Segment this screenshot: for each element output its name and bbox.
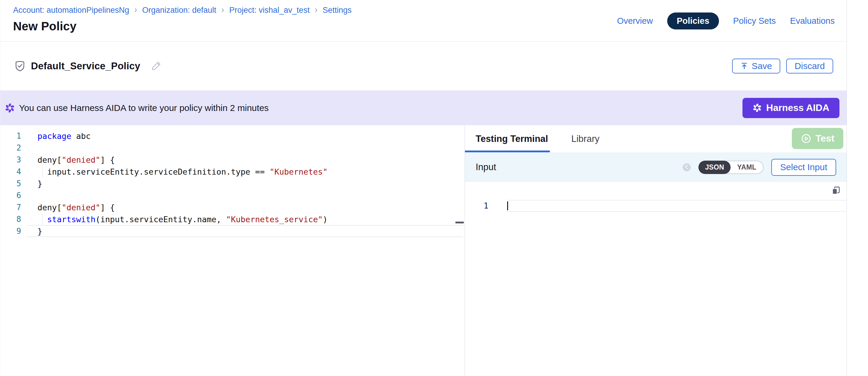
code-token: deny[ bbox=[37, 203, 62, 212]
format-toggle: JSONYAML bbox=[699, 161, 763, 174]
discard-button-label: Discard bbox=[795, 61, 825, 71]
current-line-highlight bbox=[507, 200, 846, 212]
harness-aida-button[interactable]: Harness AIDA bbox=[742, 98, 839, 118]
breadcrumb-separator: › bbox=[315, 5, 318, 14]
line-number: 7 bbox=[0, 203, 21, 212]
code-text: deny["denied"] { bbox=[21, 203, 115, 212]
aida-banner: You can use Harness AIDA to write your p… bbox=[0, 90, 846, 125]
current-line-highlight bbox=[27, 225, 463, 237]
code-token: ] { bbox=[100, 155, 115, 164]
testing-panel: Testing TerminalLibrary Test Input bbox=[465, 125, 846, 376]
code-token: (input.serviceEntity.name, bbox=[95, 215, 226, 224]
input-line-1[interactable]: 1 bbox=[465, 200, 846, 212]
tab-overview[interactable]: Overview bbox=[617, 16, 653, 26]
code-line-2[interactable]: 2 bbox=[0, 142, 465, 154]
code-token: startswith bbox=[47, 215, 96, 224]
line-number: 8 bbox=[0, 215, 21, 224]
terminal-tabs: Testing TerminalLibrary bbox=[476, 125, 599, 152]
line-number: 4 bbox=[0, 167, 21, 176]
top-nav: OverviewPoliciesPolicy SetsEvaluations bbox=[617, 0, 835, 42]
code-token: ) bbox=[323, 215, 328, 224]
code-editor-lines: 1package abc23deny["denied"] {4 input.se… bbox=[0, 130, 465, 237]
code-token: } bbox=[37, 179, 42, 188]
policy-name: Default_Service_Policy bbox=[31, 60, 141, 72]
line-number: 5 bbox=[0, 179, 21, 188]
code-token: deny[ bbox=[37, 155, 62, 164]
code-text: } bbox=[21, 227, 42, 236]
tab-policies[interactable]: Policies bbox=[667, 12, 719, 29]
aida-banner-message: You can use Harness AIDA to write your p… bbox=[19, 103, 269, 113]
code-token: "denied" bbox=[62, 203, 100, 212]
code-token: "Kubernetes_service" bbox=[226, 215, 323, 224]
line-number: 1 bbox=[465, 200, 489, 212]
aida-flower-icon bbox=[752, 103, 762, 113]
indent-guide bbox=[42, 213, 42, 225]
code-token: } bbox=[37, 227, 42, 236]
breadcrumb-separator: › bbox=[221, 5, 224, 14]
aida-flower-icon bbox=[5, 103, 15, 113]
save-button[interactable]: Save bbox=[732, 59, 780, 73]
input-section-title: Input bbox=[476, 162, 496, 173]
code-line-4[interactable]: 4 input.serviceEntity.serviceDefinition.… bbox=[0, 166, 465, 178]
policy-code-editor[interactable]: 1package abc23deny["denied"] {4 input.se… bbox=[0, 125, 465, 376]
harness-aida-button-label: Harness AIDA bbox=[766, 102, 829, 113]
code-line-7[interactable]: 7deny["denied"] { bbox=[0, 201, 465, 213]
breadcrumb-link-2[interactable]: Organization: default bbox=[142, 6, 216, 15]
page-title: New Policy bbox=[13, 20, 76, 33]
page-content: Account: automationPipelinesNg›Organizat… bbox=[0, 0, 847, 376]
breadcrumb: Account: automationPipelinesNg›Organizat… bbox=[13, 6, 351, 15]
top-bar: Account: automationPipelinesNg›Organizat… bbox=[0, 0, 846, 42]
breadcrumb-link-4[interactable]: Settings bbox=[323, 6, 352, 15]
code-line-6[interactable]: 6 bbox=[0, 189, 465, 201]
tab-library[interactable]: Library bbox=[571, 133, 599, 144]
code-text: deny["denied"] { bbox=[21, 155, 115, 164]
format-option-json[interactable]: JSON bbox=[699, 161, 731, 174]
tab-policy-sets[interactable]: Policy Sets bbox=[733, 16, 776, 26]
line-number: 2 bbox=[0, 144, 21, 152]
format-option-yaml[interactable]: YAML bbox=[731, 161, 763, 174]
code-token: ] { bbox=[100, 203, 115, 212]
breadcrumb-link-1[interactable]: Account: automationPipelinesNg bbox=[13, 6, 129, 15]
indent-guide bbox=[42, 166, 42, 178]
play-circle-icon bbox=[801, 133, 811, 144]
code-token: package bbox=[37, 131, 71, 141]
test-button[interactable]: Test bbox=[792, 128, 843, 149]
code-text: package abc bbox=[21, 131, 91, 141]
code-line-8[interactable]: 8 startswith(input.serviceEntity.name, "… bbox=[0, 213, 465, 225]
discard-button[interactable]: Discard bbox=[786, 59, 833, 73]
input-bar: Input JSONYAML Select Input bbox=[465, 152, 846, 182]
code-token: abc bbox=[71, 131, 91, 141]
upload-icon bbox=[740, 62, 748, 70]
code-token: "Kubernetes" bbox=[270, 167, 328, 177]
terminal-tab-bar: Testing TerminalLibrary Test bbox=[465, 125, 846, 152]
line-number: 9 bbox=[0, 227, 21, 236]
save-button-label: Save bbox=[752, 61, 772, 71]
workspace: 1package abc23deny["denied"] {4 input.se… bbox=[0, 125, 846, 376]
copy-icon[interactable] bbox=[831, 186, 841, 195]
line-number: 6 bbox=[0, 191, 21, 200]
text-cursor bbox=[507, 201, 508, 210]
code-token: "denied" bbox=[62, 155, 100, 164]
code-line-3[interactable]: 3deny["denied"] { bbox=[0, 154, 465, 166]
code-text: startswith(input.serviceEntity.name, "Ku… bbox=[21, 215, 328, 224]
policy-title-group: Default_Service_Policy bbox=[14, 42, 162, 90]
edit-pencil-icon[interactable] bbox=[151, 60, 162, 72]
breadcrumb-separator: › bbox=[134, 5, 137, 14]
policy-header-row: Default_Service_Policy Save Discard bbox=[0, 42, 846, 90]
line-number: 3 bbox=[0, 155, 21, 164]
select-input-button[interactable]: Select Input bbox=[771, 159, 836, 176]
code-line-1[interactable]: 1package abc bbox=[0, 130, 465, 142]
tab-evaluations[interactable]: Evaluations bbox=[790, 16, 835, 26]
shield-check-icon bbox=[14, 60, 26, 72]
test-button-label: Test bbox=[816, 133, 834, 144]
input-editor[interactable]: 1 bbox=[465, 182, 846, 376]
code-line-5[interactable]: 5} bbox=[0, 178, 465, 189]
branch-circle-icon[interactable] bbox=[683, 163, 691, 171]
code-text: } bbox=[21, 179, 42, 188]
line-number: 1 bbox=[0, 131, 21, 140]
tab-testing-terminal[interactable]: Testing Terminal bbox=[476, 133, 548, 144]
code-text: input.serviceEntity.serviceDefinition.ty… bbox=[21, 167, 328, 177]
code-line-9[interactable]: 9} bbox=[0, 225, 465, 237]
breadcrumb-link-3[interactable]: Project: vishal_av_test bbox=[229, 6, 310, 15]
input-bar-controls: JSONYAML Select Input bbox=[683, 152, 836, 182]
